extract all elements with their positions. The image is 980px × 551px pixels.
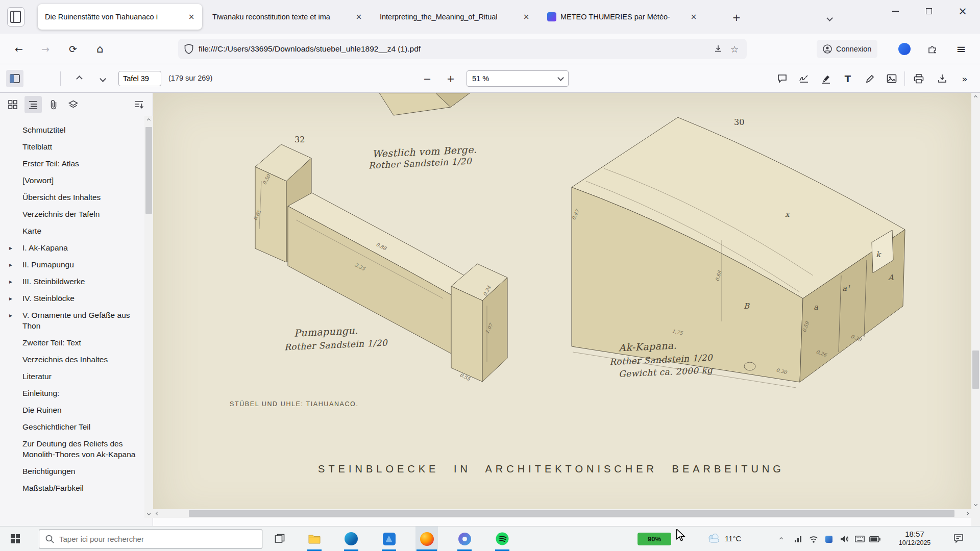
forward-button[interactable]: → xyxy=(36,40,55,58)
more-tools-button[interactable]: » xyxy=(956,70,973,87)
tab-die-ruinenstaette[interactable]: Die Ruinenstätte von Tiahuanaco i × xyxy=(38,4,202,30)
add-image-tool-button[interactable] xyxy=(883,70,900,87)
action-center-button[interactable] xyxy=(952,533,965,544)
toggle-sidebar-button[interactable] xyxy=(6,70,23,87)
edge-browser-button[interactable] xyxy=(340,527,362,551)
outline-item[interactable]: Verzeichnis des Inhaltes xyxy=(0,351,144,368)
outline-item[interactable]: ▸I. Ak-Kapana xyxy=(0,239,144,256)
firefox-view-button[interactable] xyxy=(7,7,24,27)
minimize-button[interactable] xyxy=(879,0,912,22)
next-page-button[interactable] xyxy=(94,70,111,87)
thumbnails-view-button[interactable] xyxy=(4,96,21,113)
outline-item[interactable]: Literatur xyxy=(0,368,144,385)
tab-tiwanaku[interactable]: Tiwanaku reconstitution texte et ima × xyxy=(205,4,370,30)
current-outline-item-button[interactable] xyxy=(130,96,148,113)
sidebar-scrollbar-thumb[interactable] xyxy=(145,127,152,214)
pdf-page[interactable]: 0.50 0.65 3.35 0.88 0.24 1.07 0.55 xyxy=(153,93,971,526)
outline-item[interactable]: ▸IV. Steinblöcke xyxy=(0,290,144,307)
expand-arrow-icon[interactable]: ▸ xyxy=(9,243,12,254)
volume-icon[interactable] xyxy=(838,534,850,544)
outline-item[interactable]: ▸V. Ornamente und Gefäße aus Thon xyxy=(0,307,144,334)
tab-close-icon[interactable]: × xyxy=(186,11,197,22)
tab-list-chevron[interactable] xyxy=(821,11,838,24)
home-button[interactable]: ⌂ xyxy=(91,40,109,58)
search-input[interactable] xyxy=(59,535,256,543)
outline-item[interactable]: Die Ruinen xyxy=(0,402,144,418)
scroll-up-arrow[interactable] xyxy=(144,116,153,124)
signature-tool-button[interactable] xyxy=(795,70,813,87)
close-button[interactable]: × xyxy=(946,0,979,22)
tab-close-icon[interactable]: × xyxy=(688,11,699,22)
network-icon[interactable] xyxy=(792,534,804,544)
layers-view-button[interactable] xyxy=(64,96,82,113)
scroll-left-arrow[interactable] xyxy=(153,509,162,518)
horizontal-scrollbar-thumb[interactable] xyxy=(189,510,954,517)
outline-item[interactable]: Geschichtlicher Teil xyxy=(0,418,144,435)
temperature-label[interactable]: 11°C xyxy=(725,534,741,543)
outline-item[interactable]: Karte xyxy=(0,222,144,239)
comment-tool-button[interactable] xyxy=(773,70,791,87)
downloads-icon[interactable] xyxy=(710,41,726,57)
expand-arrow-icon[interactable]: ▸ xyxy=(9,310,12,321)
scroll-down-arrow[interactable] xyxy=(971,500,980,509)
shield-icon[interactable] xyxy=(184,44,193,54)
tray-app-icon[interactable] xyxy=(823,534,835,544)
outline-item[interactable]: Einleitung: xyxy=(0,385,144,402)
touch-keyboard-icon[interactable] xyxy=(853,534,866,544)
new-tab-button[interactable]: + xyxy=(728,9,745,26)
photos-app-button[interactable] xyxy=(378,527,400,551)
vertical-scrollbar[interactable] xyxy=(971,93,980,526)
start-button[interactable] xyxy=(0,527,31,551)
outline-view-button[interactable] xyxy=(24,96,42,113)
tab-close-icon[interactable]: × xyxy=(521,11,532,22)
outline-item[interactable]: Verzeichnis der Tafeln xyxy=(0,206,144,222)
draw-tool-button[interactable] xyxy=(861,70,878,87)
url-bar[interactable]: file:///C:/Users/33695/Downloads/stuebel… xyxy=(178,39,747,59)
weather-icon[interactable] xyxy=(707,533,721,545)
spotify-button[interactable] xyxy=(491,527,513,551)
outline-item[interactable]: Erster Teil: Atlas xyxy=(0,155,144,172)
save-button[interactable] xyxy=(934,70,951,87)
url-text[interactable]: file:///C:/Users/33695/Downloads/stuebel… xyxy=(199,44,710,54)
expand-arrow-icon[interactable]: ▸ xyxy=(9,277,12,287)
battery-widget[interactable]: 90% xyxy=(638,533,671,545)
misc-app-button[interactable] xyxy=(453,527,476,551)
tab-meteo[interactable]: METEO THUMERIES par Météo- × xyxy=(540,4,704,30)
tab-close-icon[interactable]: × xyxy=(353,11,364,22)
zoom-in-button[interactable]: + xyxy=(442,70,459,87)
outline-item[interactable]: Übersicht des Inhaltes xyxy=(0,189,144,206)
clock[interactable]: 18:57 10/12/2025 xyxy=(887,530,942,546)
outline-item[interactable]: Titelblatt xyxy=(0,138,144,155)
scroll-up-arrow[interactable] xyxy=(971,93,980,102)
menu-button[interactable]: ≡ xyxy=(952,40,970,58)
horizontal-scrollbar[interactable] xyxy=(153,509,971,518)
taskbar-search-box[interactable] xyxy=(39,530,262,548)
extension-button-blue[interactable] xyxy=(895,40,914,58)
previous-page-button[interactable] xyxy=(70,70,88,87)
outline-item[interactable]: ▸III. Steinbildwerke xyxy=(0,273,144,290)
vertical-scrollbar-thumb[interactable] xyxy=(972,350,979,389)
bookmark-star-icon[interactable]: ☆ xyxy=(726,41,743,57)
reload-button[interactable]: ⟳ xyxy=(64,40,82,58)
tab-interpreting[interactable]: Interpreting_the_Meaning_of_Ritual × xyxy=(373,4,537,30)
highlight-tool-button[interactable] xyxy=(817,70,835,87)
firefox-button[interactable] xyxy=(415,527,438,551)
expand-arrow-icon[interactable]: ▸ xyxy=(9,293,12,304)
freetext-tool-button[interactable]: T xyxy=(839,70,856,87)
file-explorer-button[interactable] xyxy=(303,527,326,551)
back-button[interactable]: ← xyxy=(10,40,28,58)
outline-item[interactable]: Zur Deutung des Reliefs des Monolith-Tho… xyxy=(0,435,144,463)
outline-item[interactable]: Maßstab/Farbkeil xyxy=(0,480,144,496)
outline-item[interactable]: [Vorwort] xyxy=(0,172,144,189)
zoom-out-button[interactable]: − xyxy=(419,70,436,87)
account-button[interactable]: Connexion xyxy=(817,40,877,58)
extensions-button[interactable] xyxy=(923,40,942,58)
zoom-select[interactable]: 51 % xyxy=(467,70,569,87)
expand-arrow-icon[interactable]: ▸ xyxy=(9,260,12,270)
task-view-button[interactable] xyxy=(268,527,291,551)
scroll-right-arrow[interactable] xyxy=(963,509,971,518)
page-number-input[interactable] xyxy=(118,71,161,86)
scroll-down-arrow[interactable] xyxy=(144,509,153,518)
outline-item[interactable]: Zweiter Teil: Text xyxy=(0,334,144,351)
attachments-view-button[interactable] xyxy=(45,96,62,113)
